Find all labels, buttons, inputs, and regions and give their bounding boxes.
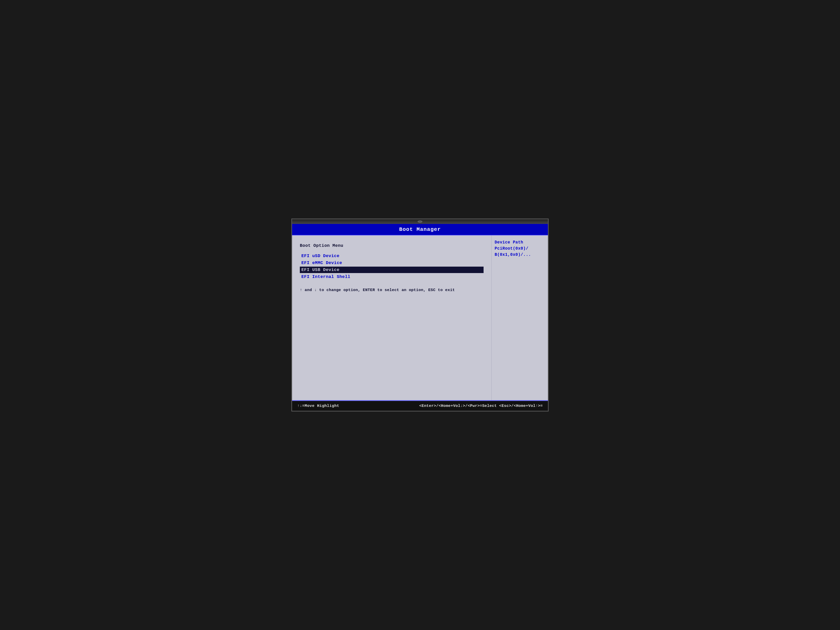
status-right: <Enter>/<Home+Vol↓>/<Pwr>=Select <Esc>/<… bbox=[419, 404, 543, 408]
device-path-value: PciRoot(0x0)/B(0x1,0x0)/... bbox=[495, 246, 531, 257]
camera-lens bbox=[418, 221, 422, 223]
left-panel: Boot Option Menu EFI uSD Device EFI eMMC… bbox=[292, 235, 491, 400]
status-bar: ↑↓=Move Highlight <Enter>/<Home+Vol↓>/<P… bbox=[292, 400, 548, 411]
main-content: Boot Option Menu EFI uSD Device EFI eMMC… bbox=[292, 235, 548, 400]
bios-screen: Boot Manager Boot Option Menu EFI uSD De… bbox=[291, 218, 549, 412]
boot-option-1[interactable]: EFI uSD Device bbox=[300, 253, 483, 259]
status-left: ↑↓=Move Highlight bbox=[297, 404, 339, 408]
boot-option-2[interactable]: EFI eMMC Device bbox=[300, 260, 483, 266]
top-bezel bbox=[292, 219, 548, 224]
title-text: Boot Manager bbox=[399, 226, 441, 232]
boot-option-3[interactable]: EFI USB Device bbox=[300, 267, 483, 273]
device-path-label: Device Path PciRoot(0x0)/B(0x1,0x0)/... bbox=[495, 239, 545, 258]
status-bar-inner: ↑↓=Move Highlight <Enter>/<Home+Vol↓>/<P… bbox=[292, 401, 548, 411]
boot-option-4[interactable]: EFI Internal Shell bbox=[300, 273, 483, 280]
title-bar: Boot Manager bbox=[292, 224, 548, 235]
right-panel: Device Path PciRoot(0x0)/B(0x1,0x0)/... bbox=[491, 235, 548, 400]
section-title: Boot Option Menu bbox=[300, 243, 483, 248]
hint-text: ↑ and ↓ to change option, ENTER to selec… bbox=[300, 288, 483, 292]
